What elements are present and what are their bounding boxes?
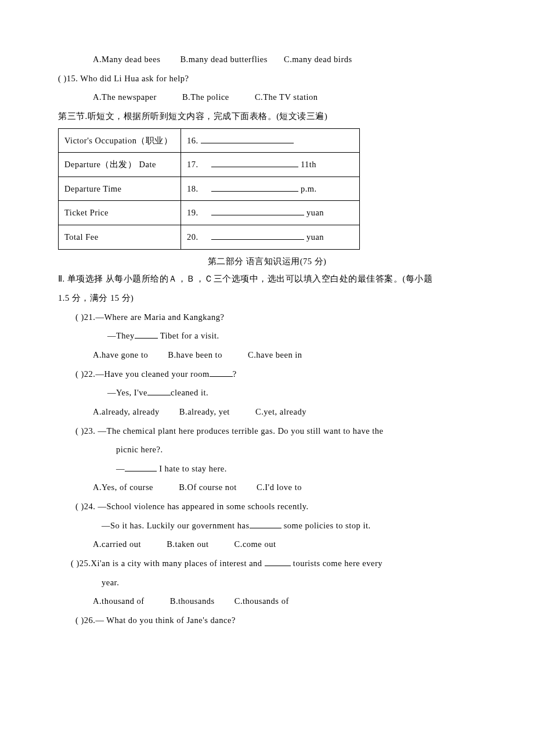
cell-suffix: p.m. bbox=[301, 184, 317, 193]
cell-prefix: 18. bbox=[187, 184, 199, 193]
q22-sub-tail: cleaned it. bbox=[171, 388, 208, 397]
cell-label: Ticket Price bbox=[64, 208, 109, 217]
q24-sub: —So it has. Luckily our government has s… bbox=[58, 519, 476, 533]
q24-A: A.carried out bbox=[93, 539, 141, 549]
table-row: Victor's Occupation（职业） 16. bbox=[59, 128, 360, 153]
q21-options: A.have gone to B.have been to C.have bee… bbox=[58, 348, 476, 362]
q21-sub: —They Tibet for a visit. bbox=[58, 329, 476, 343]
blank-16[interactable] bbox=[201, 135, 294, 143]
q15-B: B.The police bbox=[182, 92, 229, 102]
q22-A: A.already, already bbox=[93, 407, 160, 416]
q21-A: A.have gone to bbox=[93, 350, 148, 359]
blank-17[interactable] bbox=[211, 159, 298, 167]
q22-blank2[interactable] bbox=[147, 387, 171, 395]
cell-label: Departure（出发） Date bbox=[64, 160, 156, 169]
q14-B: B.many dead butterflies bbox=[180, 55, 267, 64]
q23-C: C.I'd love to bbox=[257, 483, 302, 492]
cell-prefix: 17. bbox=[187, 160, 199, 169]
cell-suffix: yuan bbox=[306, 232, 324, 242]
q25-stem-pre: ( )25.Xi'an is a city with many places o… bbox=[71, 559, 265, 568]
q14-options: A.Many dead bees B.many dead butterflies… bbox=[58, 52, 476, 67]
cell-prefix: 20. bbox=[187, 232, 199, 242]
q21-stem: ( )21.—Where are Maria and Kangkang? bbox=[58, 310, 476, 325]
section3-title: 第三节.听短文，根据所听到短文内容，完成下面表格。(短文读三遍) bbox=[58, 109, 476, 124]
q14-A: A.Many dead bees bbox=[93, 55, 160, 64]
q21-blank[interactable] bbox=[135, 330, 158, 339]
q23-sub-text: — bbox=[116, 464, 125, 473]
q24-C: C.come out bbox=[234, 539, 276, 549]
cell-prefix: 19. bbox=[187, 208, 199, 217]
q22-stem: ( )22.—Have you cleaned your room? bbox=[58, 367, 476, 381]
table-row: Ticket Price 19. yuan bbox=[59, 201, 360, 225]
q23-A: A.Yes, of course bbox=[93, 483, 153, 492]
q15-options: A.The newspaper B.The police C.The TV st… bbox=[58, 90, 476, 105]
q26-stem: ( )26.— What do you think of Jane's danc… bbox=[58, 613, 476, 628]
table-row: Total Fee 20. yuan bbox=[59, 225, 360, 250]
q24-B: B.taken out bbox=[167, 539, 208, 549]
q25-A: A.thousand of bbox=[93, 596, 145, 606]
cell-suffix: 11th bbox=[301, 160, 316, 169]
q23-cont: picnic here?. bbox=[58, 442, 476, 457]
cell-label: Victor's Occupation（职业） bbox=[64, 136, 172, 145]
part2-instr1: Ⅱ. 单项选择 从每小题所给的Ａ，Ｂ，Ｃ三个选项中，选出可以填入空白处的最佳答案… bbox=[58, 272, 476, 286]
q22-sub-text: —Yes, I've bbox=[107, 388, 147, 397]
q23-stem: ( )23. —The chemical plant here produces… bbox=[58, 424, 476, 438]
q25-stem: ( )25.Xi'an is a city with many places o… bbox=[58, 556, 476, 571]
table-row: Departure（出发） Date 17. 11th bbox=[59, 153, 360, 177]
q22-stem-tail: ? bbox=[233, 369, 237, 379]
q21-C: C.have been in bbox=[248, 350, 302, 359]
q25-blank[interactable] bbox=[265, 558, 291, 566]
q21-sub-text: —They bbox=[107, 331, 135, 340]
q25-B: B.thousands bbox=[170, 596, 215, 606]
q25-cont: year. bbox=[58, 575, 476, 590]
blank-20[interactable] bbox=[211, 232, 304, 240]
q22-C: C.yet, already bbox=[255, 407, 306, 416]
cell-suffix: yuan bbox=[306, 208, 324, 217]
q22-blank1[interactable] bbox=[210, 369, 233, 377]
part2-title: 第二部分 语言知识运用(75 分) bbox=[58, 254, 476, 269]
table-row: Departure Time 18. p.m. bbox=[59, 177, 360, 201]
q25-options: A.thousand of B.thousands C.thousands of bbox=[58, 594, 476, 609]
q15-A: A.The newspaper bbox=[93, 92, 157, 102]
q24-sub-text: —So it has. Luckily our government has bbox=[102, 521, 250, 530]
q24-options: A.carried out B.taken out C.come out bbox=[58, 537, 476, 552]
part2-instr2: 1.5 分，满分 15 分) bbox=[58, 291, 476, 305]
q21-sub-tail: Tibet for a visit. bbox=[158, 331, 219, 340]
q23-B: B.Of course not bbox=[179, 483, 237, 492]
q21-B: B.have been to bbox=[168, 350, 222, 359]
q23-sub: — I hate to stay here. bbox=[58, 462, 476, 476]
q14-C: C.many dead birds bbox=[284, 55, 352, 64]
blank-18[interactable] bbox=[211, 183, 298, 192]
q23-blank[interactable] bbox=[125, 463, 157, 471]
q22-sub: —Yes, I'vecleaned it. bbox=[58, 386, 476, 400]
q23-options: A.Yes, of course B.Of course not C.I'd l… bbox=[58, 480, 476, 495]
q24-sub-tail: some policies to stop it. bbox=[282, 521, 371, 530]
q15-C: C.The TV station bbox=[255, 92, 318, 102]
listening-table: Victor's Occupation（职业） 16. Departure（出发… bbox=[58, 128, 360, 250]
q24-stem: ( )24. —School violence has appeared in … bbox=[58, 499, 476, 514]
q15-stem: ( )15. Who did Li Hua ask for help? bbox=[58, 71, 476, 86]
cell-prefix: 16. bbox=[187, 136, 199, 145]
q22-options: A.already, already B.already, yet C.yet,… bbox=[58, 405, 476, 419]
cell-label: Departure Time bbox=[64, 184, 121, 193]
q22-stem-text: ( )22.—Have you cleaned your room bbox=[75, 369, 210, 379]
q22-B: B.already, yet bbox=[179, 407, 230, 416]
q25-stem-tail: tourists come here every bbox=[291, 559, 383, 568]
cell-label: Total Fee bbox=[64, 232, 99, 242]
q24-blank[interactable] bbox=[250, 520, 282, 528]
q25-C: C.thousands of bbox=[234, 596, 289, 606]
blank-19[interactable] bbox=[211, 207, 304, 215]
q23-sub-tail: I hate to stay here. bbox=[157, 464, 227, 473]
